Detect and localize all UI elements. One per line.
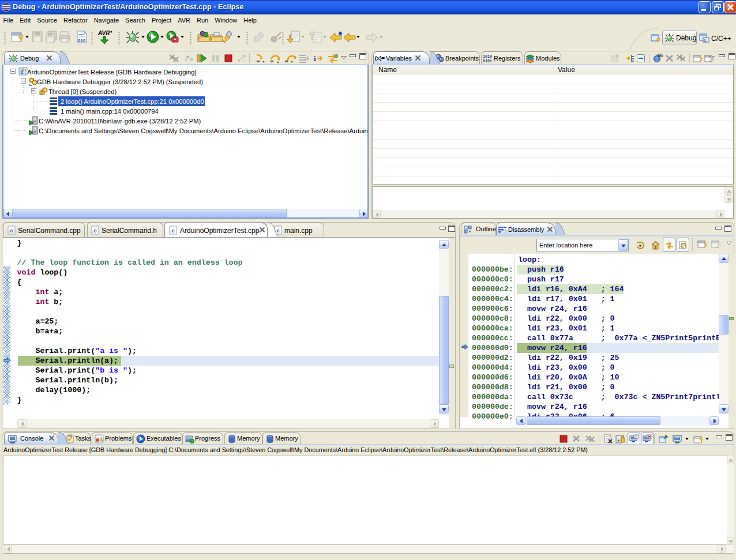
svg-text:.c: .c xyxy=(9,228,13,234)
svg-text:AVR: AVR xyxy=(97,30,110,36)
svg-text:C: C xyxy=(704,38,707,42)
svg-text:.c: .c xyxy=(170,228,175,234)
svg-text:i: i xyxy=(314,54,316,63)
svg-text:0101: 0101 xyxy=(483,59,492,63)
svg-text:c: c xyxy=(21,69,24,75)
svg-text:(x)=: (x)= xyxy=(375,55,385,61)
svg-text:.c: .c xyxy=(92,228,97,234)
svg-text:010: 010 xyxy=(78,38,86,43)
svg-text:66: 66 xyxy=(658,53,663,58)
